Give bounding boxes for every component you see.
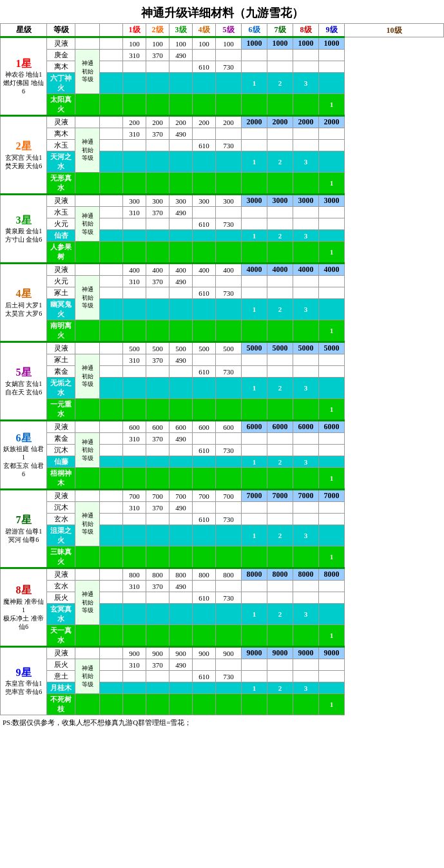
material-cell: 天一真水 (47, 625, 75, 647)
value-cell (319, 502, 345, 514)
value-cell (169, 604, 193, 625)
value-cell (169, 694, 193, 715)
value-cell (100, 61, 123, 73)
value-cell: 4000 (267, 264, 293, 276)
value-cell (293, 694, 319, 715)
value-cell: 700 (169, 490, 193, 502)
value-cell (242, 592, 267, 604)
star-cell-star7: 7星碧游宫 仙尊1冥河 仙尊6 (1, 490, 47, 568)
value-cell (100, 502, 123, 514)
value-cell (123, 682, 146, 694)
value-cell: 3 (293, 151, 319, 173)
value-cell (216, 694, 242, 715)
value-cell (216, 151, 242, 173)
value-cell: 370 (146, 659, 169, 671)
value-cell: 800 (146, 568, 169, 581)
value-cell: 600 (123, 421, 146, 433)
value-cell: 730 (216, 514, 242, 525)
value-cell: 370 (146, 502, 169, 514)
value-cell (193, 320, 216, 342)
table-row: 梧桐神木1 (1, 468, 444, 490)
table-row: 火元610730 (1, 218, 444, 230)
table-row: 2星玄冥宫 天仙1焚天殿 天仙6灵液2002002002002002000200… (1, 116, 444, 128)
value-cell (319, 230, 345, 242)
value-cell: 2000 (267, 116, 293, 128)
material-cell: 三昧真火 (47, 546, 75, 568)
material-cell: 灵液 (47, 647, 75, 659)
table-row: 6星妖族祖庭 仙君1玄都玉京 仙君6灵液60060060060060060006… (1, 421, 444, 433)
value-cell: 370 (146, 433, 169, 445)
value-cell (242, 694, 267, 715)
value-cell (216, 73, 242, 94)
value-cell: 370 (146, 128, 169, 140)
value-cell: 610 (193, 514, 216, 525)
note-cell-empty (75, 421, 100, 433)
value-cell (242, 445, 267, 456)
value-cell: 500 (123, 342, 146, 354)
table-row: 3星黄泉殿 金仙1方寸山 金仙6灵液3003003003003003000300… (1, 195, 444, 207)
value-cell: 1 (242, 151, 267, 173)
table-row: 天一真水1 (1, 625, 444, 647)
value-cell: 1 (319, 242, 345, 264)
table-row: 沉木神通初始等级310370490 (1, 502, 444, 514)
value-cell (293, 94, 319, 116)
value-cell (193, 50, 216, 61)
value-cell (100, 625, 123, 647)
note-cell-empty (75, 94, 100, 116)
header-g8: 8级 (293, 24, 319, 37)
value-cell: 1 (242, 604, 267, 625)
value-cell (293, 592, 319, 604)
value-cell (267, 581, 293, 592)
value-cell (242, 276, 267, 287)
header-material (75, 24, 100, 37)
value-cell (146, 604, 169, 625)
value-cell (216, 299, 242, 320)
value-cell: 370 (146, 276, 169, 287)
value-cell (100, 456, 123, 468)
value-cell: 200 (193, 116, 216, 128)
value-cell (193, 694, 216, 715)
star-cell-star3: 3星黄泉殿 金仙1方寸山 金仙6 (1, 195, 47, 264)
value-cell (193, 604, 216, 625)
value-cell (100, 682, 123, 694)
material-cell: 灵液 (47, 490, 75, 502)
value-cell (123, 73, 146, 94)
note-cell-empty (75, 490, 100, 502)
value-cell: 2000 (242, 116, 267, 128)
value-cell (100, 694, 123, 715)
value-cell: 5000 (267, 342, 293, 354)
value-cell: 490 (169, 50, 193, 61)
value-cell: 400 (169, 264, 193, 276)
value-cell (267, 546, 293, 568)
value-cell (123, 378, 146, 399)
value-cell (267, 50, 293, 61)
table-row: 火元神通初始等级310370490 (1, 276, 444, 287)
value-cell (267, 433, 293, 445)
value-cell (267, 671, 293, 682)
header-level: 等级 (47, 24, 75, 37)
value-cell (193, 207, 216, 218)
value-cell (100, 320, 123, 342)
value-cell (293, 218, 319, 230)
value-cell (146, 366, 169, 378)
value-cell (169, 242, 193, 264)
value-cell: 3 (293, 525, 319, 546)
note-cell-empty (75, 242, 100, 264)
value-cell (169, 378, 193, 399)
value-cell (267, 320, 293, 342)
value-cell: 900 (193, 647, 216, 659)
table-row: 7星碧游宫 仙尊1冥河 仙尊6灵液70070070070070070007000… (1, 490, 444, 502)
value-cell (100, 230, 123, 242)
value-cell (242, 625, 267, 647)
value-cell: 600 (193, 421, 216, 433)
value-cell (242, 671, 267, 682)
value-cell (216, 276, 242, 287)
value-cell (146, 218, 169, 230)
value-cell (293, 242, 319, 264)
value-cell (319, 682, 345, 694)
value-cell (100, 140, 123, 151)
value-cell: 7000 (293, 490, 319, 502)
material-cell: 一元重水 (47, 399, 75, 421)
value-cell: 730 (216, 592, 242, 604)
value-cell (146, 320, 169, 342)
